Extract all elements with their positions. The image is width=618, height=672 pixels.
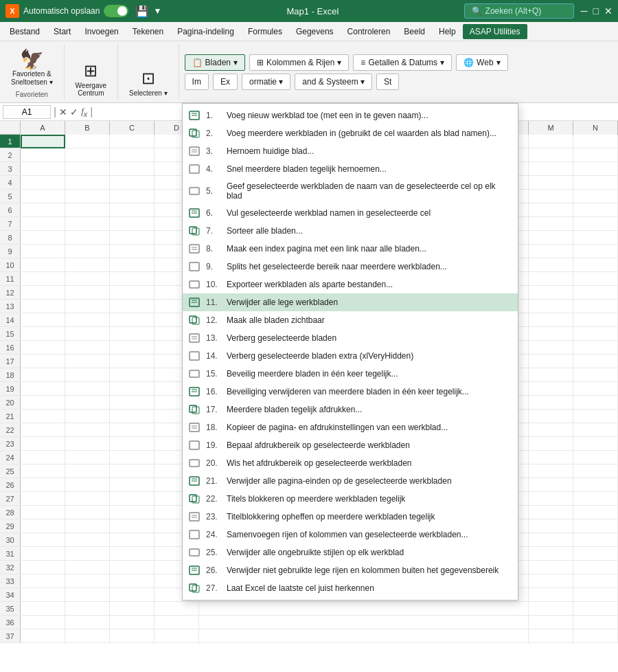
cell-M36[interactable] — [529, 616, 573, 629]
cell-N10[interactable] — [573, 258, 618, 272]
cell-B21[interactable] — [65, 410, 110, 423]
cell-C33[interactable] — [110, 574, 154, 588]
cell-B30[interactable] — [65, 533, 110, 547]
cell-A27[interactable] — [21, 492, 65, 506]
cell-B10[interactable] — [65, 258, 110, 272]
cell-A7[interactable] — [21, 217, 65, 231]
cell-M22[interactable] — [529, 423, 573, 437]
cell-B15[interactable] — [65, 327, 110, 341]
cell-M32[interactable] — [529, 561, 573, 574]
cell-reference-input[interactable] — [3, 105, 51, 119]
dropdown-item-6[interactable]: 6.Vul geselecteerde werkblad namen in ge… — [183, 204, 518, 222]
cell-N15[interactable] — [573, 327, 618, 341]
cell-M15[interactable] — [529, 327, 573, 341]
cell-M14[interactable] — [529, 313, 573, 327]
cell-A23[interactable] — [21, 437, 65, 451]
ribbon-btn-selecteren[interactable]: ⊡ Selecteren ▾ — [124, 65, 173, 100]
cell-A11[interactable] — [21, 272, 65, 286]
cell-C9[interactable] — [110, 245, 154, 258]
menu-item-bestand[interactable]: Bestand — [3, 24, 47, 39]
menu-item-gegevens[interactable]: Gegevens — [289, 24, 341, 39]
cell-N1[interactable] — [573, 135, 618, 148]
cell-N6[interactable] — [573, 203, 618, 217]
cell-N28[interactable] — [573, 506, 618, 519]
cell-C15[interactable] — [110, 327, 154, 341]
close-icon[interactable]: ✕ — [604, 5, 613, 16]
cell-D37[interactable] — [154, 629, 199, 643]
cell-A34[interactable] — [21, 588, 65, 602]
cell-C16[interactable] — [110, 341, 154, 355]
cell-M26[interactable] — [529, 478, 573, 492]
dropdown-item-1[interactable]: 1.Voeg nieuw werkblad toe (met een in te… — [183, 107, 518, 124]
cell-C2[interactable] — [110, 148, 154, 162]
cell-B16[interactable] — [65, 341, 110, 355]
cell-C14[interactable] — [110, 313, 154, 327]
cell-B25[interactable] — [65, 464, 110, 478]
cell-M10[interactable] — [529, 258, 573, 272]
cell-M24[interactable] — [529, 451, 573, 464]
informatie-btn[interactable]: ormatie ▾ — [242, 74, 290, 90]
cell-N36[interactable] — [573, 616, 618, 629]
cell-A31[interactable] — [21, 547, 65, 561]
cell-M2[interactable] — [529, 148, 573, 162]
dropdown-item-9[interactable]: 9.Splits het geselecteerde bereik naar m… — [183, 258, 518, 276]
menu-item-tekenen[interactable]: Tekenen — [126, 24, 170, 39]
cell-C28[interactable] — [110, 506, 154, 519]
cell-A37[interactable] — [21, 629, 65, 643]
cell-A14[interactable] — [21, 313, 65, 327]
menu-item-asap[interactable]: ASAP Utilities — [463, 24, 527, 39]
cell-M28[interactable] — [529, 506, 573, 519]
cell-C21[interactable] — [110, 410, 154, 423]
cell-C32[interactable] — [110, 561, 154, 574]
menu-item-pagina-indeling[interactable]: Pagina-indeling — [170, 24, 241, 39]
ex-btn[interactable]: Ex — [213, 74, 238, 90]
cell-B32[interactable] — [65, 561, 110, 574]
cell-M21[interactable] — [529, 410, 573, 423]
cell-N32[interactable] — [573, 561, 618, 574]
cell-B31[interactable] — [65, 547, 110, 561]
cell-B7[interactable] — [65, 217, 110, 231]
cell-B12[interactable] — [65, 286, 110, 300]
dropdown-item-11[interactable]: 11.Verwijder alle lege werkbladen — [183, 293, 518, 311]
cell-A9[interactable] — [21, 245, 65, 258]
cell-M5[interactable] — [529, 190, 573, 203]
save-icon[interactable]: 💾 — [135, 5, 149, 18]
cell-B5[interactable] — [65, 190, 110, 203]
cell-A20[interactable] — [21, 396, 65, 410]
cell-L37[interactable] — [484, 629, 529, 643]
cell-N7[interactable] — [573, 217, 618, 231]
cell-B23[interactable] — [65, 437, 110, 451]
cell-M34[interactable] — [529, 588, 573, 602]
cell-M16[interactable] — [529, 341, 573, 355]
cell-B33[interactable] — [65, 574, 110, 588]
dropdown-item-7[interactable]: 7.Sorteer alle bladen... — [183, 222, 518, 240]
cell-N20[interactable] — [573, 396, 618, 410]
cell-C6[interactable] — [110, 203, 154, 217]
cell-N4[interactable] — [573, 176, 618, 190]
dropdown-item-15[interactable]: 15.Beveilig meerdere bladen in één keer … — [183, 365, 518, 383]
cell-M30[interactable] — [529, 533, 573, 547]
cell-M18[interactable] — [529, 368, 573, 382]
cell-L36[interactable] — [484, 616, 529, 629]
cell-N8[interactable] — [573, 231, 618, 245]
cell-A33[interactable] — [21, 574, 65, 588]
cell-N12[interactable] — [573, 286, 618, 300]
cell-C20[interactable] — [110, 396, 154, 410]
quick-access-icon[interactable]: ▼ — [153, 6, 161, 16]
dropdown-item-21[interactable]: 21.Verwijder alle pagina-einden op de ge… — [183, 472, 518, 490]
cell-C13[interactable] — [110, 300, 154, 313]
cell-C7[interactable] — [110, 217, 154, 231]
cell-N9[interactable] — [573, 245, 618, 258]
cell-N5[interactable] — [573, 190, 618, 203]
dropdown-item-16[interactable]: 16.Beveiliging verwijderen van meerdere … — [183, 383, 518, 401]
cell-C18[interactable] — [110, 368, 154, 382]
cell-A6[interactable] — [21, 203, 65, 217]
menu-item-invoegen[interactable]: Invoegen — [78, 24, 125, 39]
cell-B11[interactable] — [65, 272, 110, 286]
cell-A2[interactable] — [21, 148, 65, 162]
menu-item-start[interactable]: Start — [47, 24, 78, 39]
cell-C22[interactable] — [110, 423, 154, 437]
cell-M27[interactable] — [529, 492, 573, 506]
cell-A30[interactable] — [21, 533, 65, 547]
cell-B37[interactable] — [65, 629, 110, 643]
